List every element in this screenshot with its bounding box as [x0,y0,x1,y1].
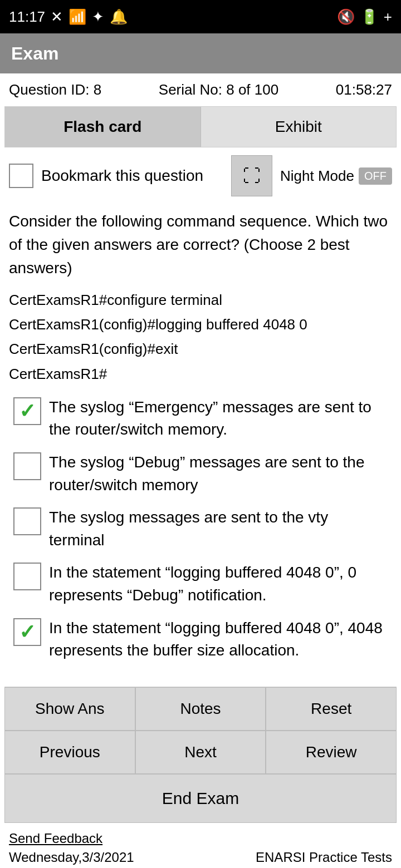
footer-app-name: ENARSI Practice Tests [256,850,392,865]
reset-button[interactable]: Reset [266,687,397,731]
notes-button[interactable]: Notes [135,687,266,731]
question-meta: Question ID: 8 Serial No: 8 of 100 01:58… [0,73,401,106]
option-text-b: The syslog “Debug” messages are sent to … [49,451,388,496]
answer-option-c[interactable]: The syslog messages are sent to the vty … [9,506,392,551]
time-display: 11:17 [9,8,45,26]
fullscreen-icon: ⛶ [243,166,261,186]
app-title: Exam [11,43,58,64]
checkbox-c[interactable] [13,507,41,535]
command-line-3: CertExamsR1(config)#exit [9,337,392,361]
nav-buttons: Previous Next Review [4,731,397,774]
x-icon: ✕ [51,8,63,26]
checkbox-b[interactable] [13,452,41,480]
option-text-e: In the statement “logging buffered 4048 … [49,617,388,662]
night-mode-label: Night Mode [280,167,354,185]
mute-icon: 🔇 [337,8,355,26]
notification-icon: 🔔 [110,8,128,26]
answer-option-d[interactable]: In the statement “logging buffered 4048 … [9,561,392,606]
question-text: Consider the following command sequence.… [9,210,392,280]
answer-option-e[interactable]: ✓ In the statement “logging buffered 404… [9,617,392,662]
end-exam-button[interactable]: End Exam [4,774,397,823]
review-button[interactable]: Review [266,731,397,774]
checkbox-d[interactable] [13,563,41,590]
action-buttons: Show Ans Notes Reset [4,687,397,731]
battery-icon: 🔋 [360,8,378,26]
question-body: Consider the following command sequence.… [0,204,401,681]
night-mode-container: Night Mode OFF [280,167,392,185]
question-id: Question ID: 8 [9,81,101,98]
flash-card-tab[interactable]: Flash card [5,107,201,147]
checkbox-e[interactable]: ✓ [13,618,41,646]
app-bar: Exam [0,33,401,73]
option-text-c: The syslog messages are sent to the vty … [49,506,388,551]
bluetooth-icon: ✦ [92,8,104,26]
option-text-d: In the statement “logging buffered 4048 … [49,561,388,606]
bookmark-checkbox[interactable] [9,164,33,188]
next-button[interactable]: Next [135,731,266,774]
checkmark-e: ✓ [19,617,36,647]
timer: 01:58:27 [336,81,392,98]
option-text-a: The syslog “Emergency” messages are sent… [49,396,388,441]
serial-number: Serial No: 8 of 100 [159,81,278,98]
tab-row: Flash card Exhibit [4,106,397,147]
previous-button[interactable]: Previous [4,731,135,774]
command-line-1: CertExamsR1#configure terminal [9,288,392,312]
bookmark-label: Bookmark this question [41,167,223,185]
options-row: Bookmark this question ⛶ Night Mode OFF [0,147,401,204]
checkbox-a[interactable]: ✓ [13,397,41,425]
wifi-icon: 📶 [69,8,86,26]
send-feedback-link[interactable]: Send Feedback [9,831,392,846]
status-bar: 11:17 ✕ 📶 ✦ 🔔 🔇 🔋 + [0,0,401,33]
command-line-2: CertExamsR1(config)#logging buffered 404… [9,312,392,337]
exhibit-tab[interactable]: Exhibit [201,107,397,147]
footer-date: Wednesday,3/3/2021 [9,850,134,865]
charging-icon: + [384,8,392,26]
answer-option-a[interactable]: ✓ The syslog “Emergency” messages are se… [9,396,392,441]
command-line-4: CertExamsR1# [9,362,392,386]
command-block: CertExamsR1#configure terminal CertExams… [9,288,392,386]
show-ans-button[interactable]: Show Ans [4,687,135,731]
footer: Send Feedback [0,823,401,850]
checkmark-a: ✓ [19,396,36,426]
footer-bottom: Wednesday,3/3/2021 ENARSI Practice Tests [0,850,401,868]
end-exam-row: End Exam [4,774,397,823]
night-mode-toggle[interactable]: OFF [359,167,392,185]
answer-option-b[interactable]: The syslog “Debug” messages are sent to … [9,451,392,496]
fullscreen-button[interactable]: ⛶ [231,155,272,196]
